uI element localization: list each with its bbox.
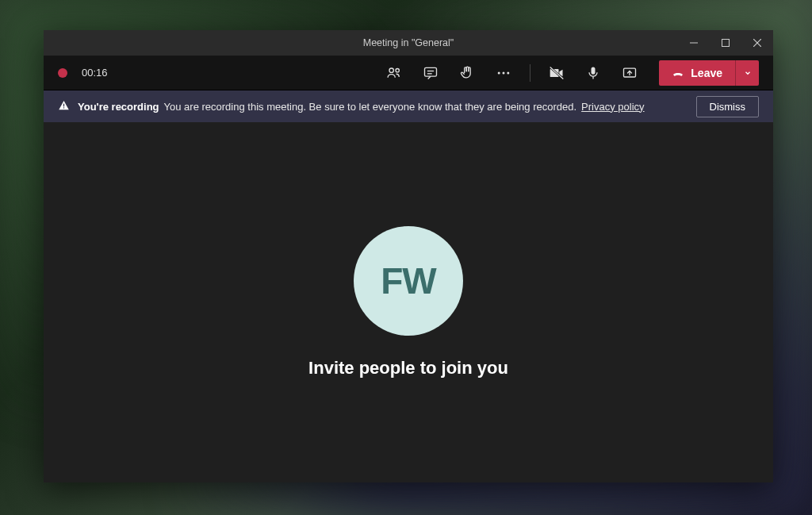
- leave-button-group: Leave: [659, 60, 759, 86]
- leave-button[interactable]: Leave: [659, 60, 735, 86]
- svg-point-10: [503, 71, 505, 74]
- microphone-icon[interactable]: [580, 60, 607, 86]
- more-actions-icon[interactable]: [490, 60, 517, 86]
- hangup-icon: [672, 67, 684, 79]
- svg-point-9: [498, 71, 500, 74]
- svg-point-4: [389, 68, 393, 72]
- svg-rect-6: [425, 67, 437, 76]
- share-screen-icon[interactable]: [616, 60, 643, 86]
- svg-rect-1: [722, 40, 730, 47]
- svg-rect-17: [63, 104, 64, 107]
- maximize-button[interactable]: [710, 30, 741, 56]
- meeting-timer: 00:16: [82, 67, 108, 79]
- participants-icon[interactable]: [381, 60, 408, 86]
- meeting-stage: FW Invite people to join you: [44, 122, 773, 482]
- meeting-window: Meeting in "General" 00:16: [44, 30, 773, 482]
- privacy-policy-link[interactable]: Privacy policy: [581, 101, 644, 113]
- toolbar-separator: [530, 64, 530, 82]
- meeting-toolbar: 00:16 Leave: [44, 56, 773, 90]
- window-title: Meeting in "General": [363, 37, 454, 48]
- chevron-down-icon: [744, 69, 752, 77]
- dismiss-button[interactable]: Dismiss: [696, 96, 760, 117]
- minimize-button[interactable]: [678, 30, 710, 56]
- invite-prompt: Invite people to join you: [308, 358, 508, 379]
- window-controls: [678, 30, 773, 56]
- recording-indicator-icon: [58, 68, 67, 78]
- leave-options-button[interactable]: [735, 60, 759, 86]
- title-bar: Meeting in "General": [44, 30, 773, 56]
- recording-banner: You're recording You are recording this …: [44, 90, 773, 122]
- leave-button-label: Leave: [691, 67, 722, 79]
- svg-point-5: [396, 68, 399, 71]
- camera-off-icon[interactable]: [543, 60, 570, 86]
- close-button[interactable]: [741, 30, 773, 56]
- svg-rect-14: [592, 67, 596, 74]
- avatar: FW: [354, 226, 463, 336]
- banner-title: You're recording: [78, 101, 159, 113]
- chat-icon[interactable]: [417, 60, 444, 86]
- banner-message: You are recording this meeting. Be sure …: [164, 101, 577, 113]
- warning-icon: [58, 99, 70, 113]
- raise-hand-icon[interactable]: [454, 60, 481, 86]
- svg-rect-18: [63, 107, 64, 108]
- svg-point-11: [508, 71, 510, 74]
